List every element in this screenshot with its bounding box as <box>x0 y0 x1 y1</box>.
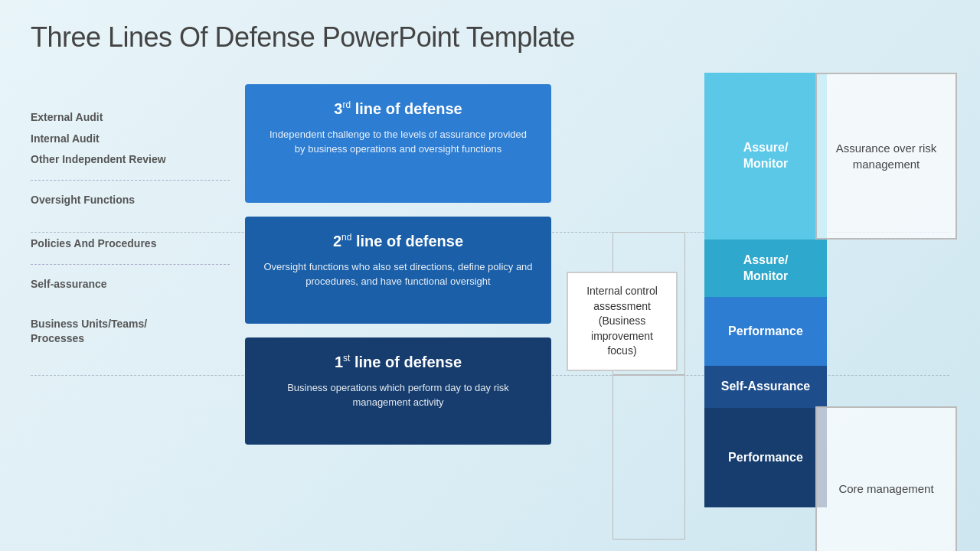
defense-box-2nd: 2nd line of defense Oversight functions … <box>245 217 551 324</box>
sidebar-label-business-units: Business Units/Teams/Processes <box>31 314 230 350</box>
defense-box-2nd-desc: Oversight functions who also set directi… <box>263 259 533 289</box>
defense-box-3rd-title: 3rd line of defense <box>263 99 533 118</box>
far-right-column: Assurance over risk management Core mana… <box>815 73 957 551</box>
defense-boxes-container: 3rd line of defense Independent challeng… <box>245 84 559 458</box>
defense-box-2nd-title: 2nd line of defense <box>263 232 533 250</box>
fr-assurance-box: Assurance over risk management <box>815 73 957 240</box>
sidebar-label-oversight: Oversight Functions <box>31 190 230 211</box>
sidebar-divider-1 <box>31 180 230 181</box>
connector-outline-bot <box>612 375 685 540</box>
defense-box-3rd-desc: Independent challenge to the levels of a… <box>263 127 533 157</box>
internal-control-box: Internal control assessment (Business im… <box>567 272 678 371</box>
rc-assure-top: Assure/Monitor <box>704 73 827 240</box>
defense-box-1st: 1st line of defense Business operations … <box>245 337 551 445</box>
sidebar-divider-2 <box>31 264 230 265</box>
fr-gap <box>815 240 957 406</box>
defense-box-3rd: 3rd line of defense Independent challeng… <box>245 84 551 203</box>
right-column: Assure/Monitor Assure/Monitor Performanc… <box>704 73 827 507</box>
sidebar-label-policies: Policies And Procedures <box>31 233 230 255</box>
rc-performance-mid: Performance <box>704 297 827 366</box>
sidebar-label-external-audit: External Audit <box>31 107 230 129</box>
sidebar: External Audit Internal Audit Other Inde… <box>31 107 230 350</box>
sidebar-section-3: Self-assurance Business Units/Teams/Proc… <box>31 274 230 350</box>
sidebar-section-1: External Audit Internal Audit Other Inde… <box>31 107 230 171</box>
sidebar-section-2: Oversight Functions Policies And Procedu… <box>31 190 230 255</box>
rc-performance-bot: Performance <box>704 408 827 507</box>
rc-self-assurance: Self-Assurance <box>704 366 827 408</box>
internal-control-text: Internal control assessment (Business im… <box>586 285 658 357</box>
defense-box-1st-desc: Business operations which perform day to… <box>263 380 533 410</box>
page-title: Three Lines Of Defense PowerPoint Templa… <box>31 21 575 54</box>
fr-core-box: Core management <box>815 406 957 551</box>
sidebar-label-other-review: Other Independent Review <box>31 149 230 171</box>
defense-box-1st-title: 1st line of defense <box>263 353 533 371</box>
sidebar-label-self-assurance: Self-assurance <box>31 274 230 295</box>
sidebar-label-internal-audit: Internal Audit <box>31 129 230 150</box>
rc-assure-mid: Assure/Monitor <box>704 240 827 297</box>
